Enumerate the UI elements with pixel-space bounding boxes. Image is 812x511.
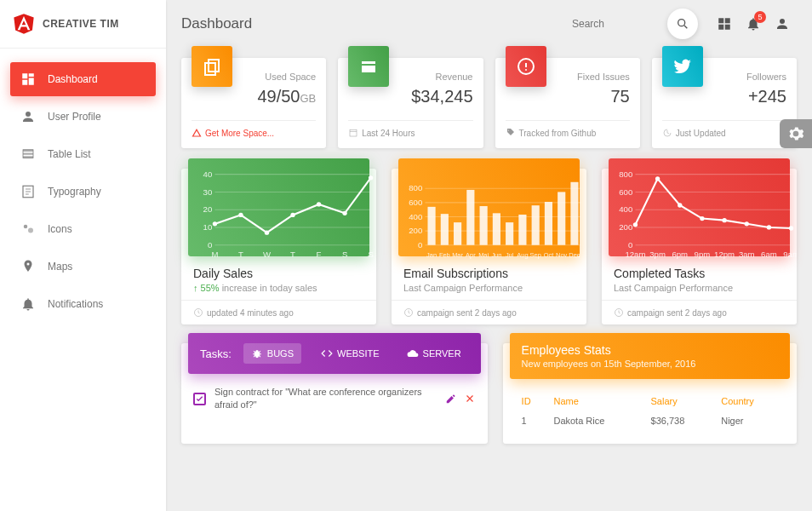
close-icon[interactable] <box>464 392 476 405</box>
svg-rect-61 <box>558 192 565 244</box>
clock-icon <box>403 307 414 318</box>
svg-rect-54 <box>466 190 474 245</box>
svg-text:3am: 3am <box>739 250 755 259</box>
svg-text:3pm: 3pm <box>649 250 666 259</box>
tasks-card: Tasks: BUGS WEBSITE SERVER Sign contract… <box>181 343 488 444</box>
nav-icons[interactable]: Icons <box>10 212 156 246</box>
svg-text:6am: 6am <box>761 250 777 259</box>
bubble-icon <box>20 221 36 237</box>
svg-rect-59 <box>532 205 540 245</box>
chart-title: Daily Sales <box>193 267 364 280</box>
nav-label: Typography <box>48 186 101 198</box>
svg-text:200: 200 <box>409 226 422 235</box>
bell-icon <box>20 296 36 312</box>
tasks-label: Tasks: <box>200 347 232 360</box>
sidebar: CREATIVE TIM Dashboard User Profile Tabl… <box>0 0 166 511</box>
notification-badge: 5 <box>754 11 766 23</box>
edit-icon[interactable] <box>445 392 457 405</box>
svg-text:12pm: 12pm <box>714 250 735 259</box>
svg-text:Dec: Dec <box>569 251 580 259</box>
task-checkbox[interactable] <box>193 393 206 405</box>
calendar-icon <box>348 128 358 138</box>
nav-dashboard[interactable]: Dashboard <box>10 62 156 96</box>
svg-text:Mar: Mar <box>452 251 463 259</box>
svg-text:800: 800 <box>619 169 632 179</box>
bug-icon <box>251 347 263 359</box>
svg-point-86 <box>633 222 638 227</box>
settings-fab[interactable] <box>780 119 812 148</box>
nav-label: Maps <box>48 261 72 273</box>
topbar: Dashboard 5 <box>166 0 812 48</box>
nav-label: User Profile <box>48 111 101 123</box>
svg-text:12am: 12am <box>625 250 645 259</box>
nav-table-list[interactable]: Table List <box>10 137 156 171</box>
stat-used-space: Used Space 49/50GB Get More Space... <box>181 58 326 148</box>
col-header: Salary <box>646 393 715 410</box>
clock-icon <box>193 307 203 318</box>
svg-text:S: S <box>368 250 373 259</box>
search-input[interactable] <box>572 18 657 30</box>
chart-title: Email Subscriptions <box>403 267 575 280</box>
svg-text:Feb: Feb <box>439 251 450 259</box>
svg-text:0: 0 <box>418 240 422 250</box>
svg-point-5 <box>24 225 28 229</box>
stat-footer: Last 24 Hours <box>348 120 472 138</box>
chart-canvas: 010203040MTWTFSS <box>188 158 369 256</box>
chart-daily-sales: 010203040MTWTFSS Daily Sales ↑ 55% incre… <box>181 169 376 324</box>
person-icon <box>20 109 36 124</box>
svg-text:600: 600 <box>619 187 632 197</box>
svg-point-87 <box>655 176 660 181</box>
svg-text:Jul: Jul <box>506 251 514 259</box>
col-header: Country <box>716 393 783 410</box>
info-icon <box>506 46 546 87</box>
svg-text:M: M <box>211 250 218 259</box>
stat-footer: Tracked from Github <box>506 120 630 138</box>
tab-website[interactable]: WEBSITE <box>313 343 387 364</box>
svg-text:Jan: Jan <box>426 251 437 259</box>
brand-logo[interactable]: CREATIVE TIM <box>0 0 166 49</box>
stat-footer[interactable]: Get More Space... <box>192 120 316 138</box>
chart-subtitle: Last Campaign Performance <box>614 283 785 293</box>
svg-rect-62 <box>570 182 578 245</box>
employees-table: ID Name Salary Country 1 Dakota Rice $36… <box>515 391 785 432</box>
update-icon <box>662 128 672 138</box>
nav-maps[interactable]: Maps <box>10 250 156 284</box>
svg-line-8 <box>684 26 687 28</box>
twitter-icon <box>662 46 703 87</box>
content: Used Space 49/50GB Get More Space... Rev… <box>166 48 812 454</box>
nav-label: Dashboard <box>48 73 98 85</box>
nav-label: Notifications <box>48 298 103 310</box>
tab-server[interactable]: SERVER <box>399 343 469 364</box>
svg-text:F: F <box>317 250 322 259</box>
table-row: 1 Dakota Rice $36,738 Niger <box>517 411 783 430</box>
code-icon <box>321 347 333 359</box>
tab-bugs[interactable]: BUGS <box>243 343 301 364</box>
apps-icon[interactable] <box>717 16 732 32</box>
chart-title: Completed Tasks <box>614 267 785 280</box>
table-header-row: ID Name Salary Country <box>517 393 783 410</box>
nav-user-profile[interactable]: User Profile <box>10 100 156 134</box>
employees-card: Employees Stats New employees on 15th Se… <box>503 343 797 444</box>
notifications-icon[interactable]: 5 <box>746 16 761 32</box>
nav-typography[interactable]: Typography <box>10 175 156 209</box>
nav-notifications[interactable]: Notifications <box>10 287 156 321</box>
svg-point-29 <box>290 213 294 217</box>
employees-title: Employees Stats <box>522 343 778 357</box>
svg-text:400: 400 <box>409 212 422 221</box>
task-text: Sign contract for "What are conference o… <box>214 386 437 412</box>
svg-rect-52 <box>441 214 449 245</box>
nav-label: Icons <box>48 223 72 235</box>
bottom-row: Tasks: BUGS WEBSITE SERVER Sign contract… <box>181 343 797 444</box>
svg-text:Sep: Sep <box>530 251 541 259</box>
account-icon[interactable] <box>775 16 790 32</box>
svg-point-30 <box>317 202 321 206</box>
svg-text:Aug: Aug <box>517 251 528 259</box>
svg-text:Nov: Nov <box>556 251 568 259</box>
svg-text:10: 10 <box>203 222 213 232</box>
store-icon <box>348 46 389 87</box>
chart-completed-tasks: 020040060080012am3pm6pm9pm12pm3am6am9am … <box>602 169 797 324</box>
chart-footer: campaign sent 2 days ago <box>392 300 586 324</box>
dashboard-icon <box>20 72 36 87</box>
chart-subtitle: ↑ 55% increase in today sales <box>193 283 364 293</box>
search-button[interactable] <box>667 9 698 39</box>
